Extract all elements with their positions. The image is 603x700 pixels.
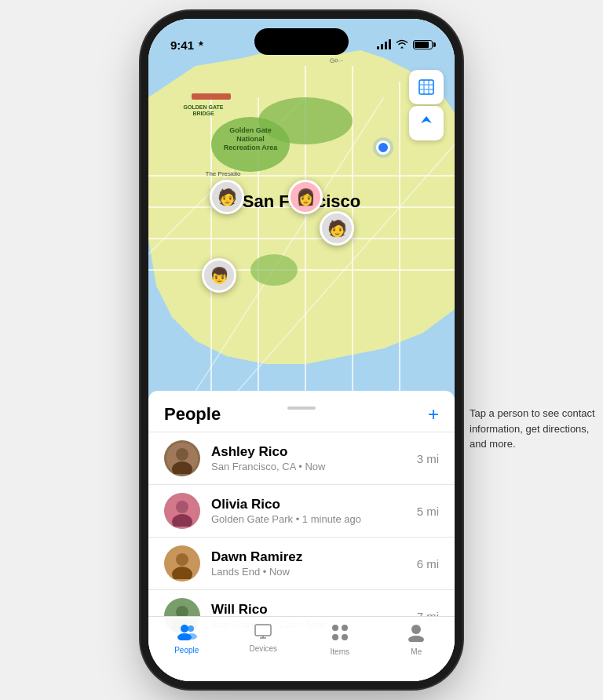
svg-text:BRIDGE: BRIDGE	[192, 111, 214, 116]
tab-people-label: People	[174, 646, 199, 654]
people-list: Ashley Rico San Francisco, CA • Now 3 mi	[148, 432, 455, 642]
avatar-ashley	[164, 440, 200, 476]
person-location-dawn: Lands End • Now	[211, 566, 417, 578]
avatar-dawn	[164, 545, 200, 582]
svg-text:Golden Gate: Golden Gate	[229, 126, 272, 134]
people-title: People	[164, 404, 221, 425]
map-avatar-1[interactable]: 🧑	[210, 180, 244, 214]
svg-rect-43	[255, 625, 271, 636]
people-header: People +	[148, 391, 455, 432]
map-avatar-2[interactable]: 👩	[288, 180, 323, 214]
person-distance-dawn: 6 mi	[417, 557, 439, 571]
tab-people-icon	[177, 623, 197, 643]
svg-point-15	[258, 97, 353, 144]
person-row-ashley[interactable]: Ashley Rico San Francisco, CA • Now 3 mi	[148, 432, 455, 484]
svg-point-34	[176, 553, 188, 566]
tab-items-icon	[331, 623, 349, 645]
signal-bars	[377, 40, 391, 49]
tab-devices-label: Devices	[249, 644, 277, 653]
person-info-olivia: Olivia Rico Golden Gate Park • 1 minute …	[211, 497, 417, 525]
person-name-olivia: Olivia Rico	[211, 497, 417, 512]
svg-text:National: National	[236, 135, 265, 143]
tab-items-label: Items	[331, 647, 349, 656]
dynamic-island	[254, 28, 349, 55]
tab-devices[interactable]: Devices	[225, 623, 302, 653]
person-name-ashley: Ashley Rico	[211, 444, 417, 460]
svg-point-28	[176, 448, 188, 461]
svg-rect-26	[419, 80, 433, 94]
svg-point-47	[342, 625, 348, 631]
person-location-ashley: San Francisco, CA • Now	[211, 461, 417, 472]
svg-point-48	[332, 634, 338, 640]
person-info-ashley: Ashley Rico San Francisco, CA • Now	[211, 444, 417, 472]
svg-text:The Presidio: The Presidio	[206, 170, 241, 177]
svg-point-50	[411, 625, 421, 634]
add-person-button[interactable]: +	[428, 403, 439, 425]
pull-handle[interactable]	[287, 407, 316, 410]
map-avatar-4[interactable]: 👦	[202, 258, 236, 293]
svg-point-40	[188, 625, 194, 632]
person-row-olivia[interactable]: Olivia Rico Golden Gate Park • 1 minute …	[148, 484, 455, 537]
status-right	[377, 39, 433, 51]
map-buttons	[409, 70, 444, 140]
svg-point-39	[181, 625, 188, 633]
person-name-will: Will Rico	[211, 602, 417, 618]
svg-point-16	[250, 254, 298, 286]
person-distance-ashley: 3 mi	[417, 452, 439, 465]
status-time: 9:41	[170, 38, 205, 52]
my-location-dot	[376, 140, 390, 155]
wifi-icon	[396, 39, 408, 51]
location-button[interactable]	[409, 106, 444, 140]
person-row-dawn[interactable]: Dawn Ramirez Lands End • Now 6 mi	[148, 537, 455, 589]
tab-devices-icon	[254, 623, 272, 642]
person-distance-olivia: 5 mi	[417, 505, 439, 518]
map-avatar-3[interactable]: 🧑	[320, 211, 354, 246]
person-location-olivia: Golden Gate Park • 1 minute ago	[211, 513, 417, 525]
person-info-dawn: Dawn Ramirez Lands End • Now	[211, 549, 417, 578]
svg-point-42	[186, 633, 197, 640]
svg-point-31	[176, 501, 188, 513]
tab-me[interactable]: Me	[378, 623, 455, 656]
svg-text:GOLDEN GATE: GOLDEN GATE	[184, 104, 224, 110]
svg-text:Recreation Area: Recreation Area	[224, 144, 279, 151]
scene: Tap a person to see contact information,…	[0, 0, 603, 700]
avatar-olivia	[164, 493, 200, 529]
tab-people[interactable]: People	[148, 623, 225, 654]
tab-me-icon	[407, 623, 425, 645]
tab-bar: People Devices	[148, 616, 455, 681]
person-name-dawn: Dawn Ramirez	[211, 549, 417, 565]
battery-icon	[413, 40, 433, 49]
tab-me-label: Me	[411, 647, 422, 656]
phone-frame: 9:41	[148, 19, 455, 681]
svg-rect-17	[192, 93, 231, 100]
tab-items[interactable]: Items	[302, 623, 378, 656]
svg-point-46	[332, 625, 338, 631]
svg-point-49	[342, 634, 348, 640]
annotation-text: Tap a person to see contact information,…	[470, 406, 595, 452]
map-view-button[interactable]	[409, 70, 444, 104]
svg-point-51	[408, 636, 424, 642]
